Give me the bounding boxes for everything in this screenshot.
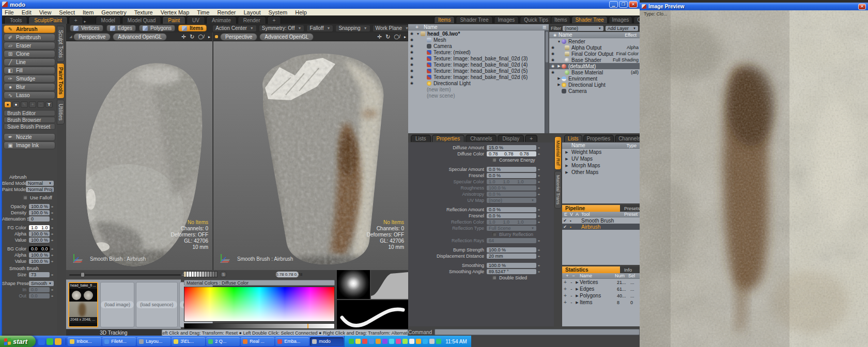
text-tool-button[interactable]: T (45, 101, 53, 108)
shader-row[interactable]: ▼Render (549, 38, 640, 44)
fg-alpha-field[interactable]: 100.0 % (29, 231, 50, 236)
panel-tab[interactable]: Quick Tips (520, 16, 552, 23)
shader-row[interactable]: ▶Environment (549, 75, 640, 82)
item-row[interactable]: ◉Directional Light (408, 80, 549, 86)
menu-item[interactable]: Vertex Map (161, 9, 190, 15)
use-falloff-checkbox[interactable] (23, 195, 27, 200)
modo-titlebar[interactable]: modo ▁ ❐ ✕ (0, 0, 640, 9)
displacement-distance-field[interactable]: 20 mm (487, 254, 536, 259)
preview-type-label[interactable]: Type: Clo... (644, 11, 668, 17)
smoothing-angle-field[interactable]: 89.5247 ° (487, 269, 536, 274)
task-button[interactable]: modo (310, 337, 344, 346)
size-field[interactable]: 73 (29, 272, 50, 277)
item-row[interactable]: ◉Texture: Image: head_bake_final_02d (5) (408, 68, 549, 74)
add-layer-dropdown[interactable]: Add Layer▼ (606, 26, 638, 31)
item-row[interactable]: ◉Texture: (mixed) (408, 49, 549, 55)
menu-item[interactable]: Geometry (101, 9, 126, 15)
visibility-eye-icon[interactable]: ◉ (408, 38, 415, 42)
brush-tip-soft-button[interactable]: ● (4, 101, 11, 108)
viewport-left[interactable]: Smooth Brush : Airbrush No Items Channel… (66, 41, 212, 270)
spinner-icon[interactable]: ◂▸ (536, 270, 541, 273)
item-row-new[interactable]: (new item) (408, 86, 549, 92)
item-row[interactable]: ◉Texture: Image: head_bake_final_02d (3) (408, 55, 549, 61)
panel-tab[interactable]: Quick Tips (633, 16, 640, 23)
selection-mode-button[interactable]: Items (178, 25, 207, 31)
clip-slot-button[interactable]: (load sequence) (136, 282, 178, 327)
expand-icon[interactable]: ▶ (575, 280, 580, 285)
task-button[interactable]: Layou... (137, 337, 171, 346)
blend-mode-dropdown[interactable]: Normal▼ (26, 181, 54, 186)
task-button[interactable]: FileM... (102, 337, 136, 346)
expand-icon[interactable]: ▶ (556, 64, 562, 68)
list-map-row[interactable]: ▶Morph Maps (562, 162, 640, 169)
tray-icon[interactable] (416, 339, 421, 344)
shader-row[interactable]: ◉Base ShaderFull Shading (549, 57, 640, 63)
expand-icon[interactable]: ▶ (556, 76, 562, 81)
expand-icon[interactable]: ▼ (415, 32, 421, 36)
tray-icon[interactable] (396, 339, 401, 344)
viewport-right[interactable]: Smooth Brush : Airbrush No Items Channel… (213, 41, 408, 270)
menu-item[interactable]: Layout (243, 9, 260, 15)
fg-color-field[interactable]: 1.0 1.0 1.0 (29, 225, 50, 230)
toolbar-dropdown[interactable]: Symmetry: Off▼ (259, 25, 305, 32)
layout-tab[interactable]: Model (96, 16, 121, 24)
reflection-fresnel-field[interactable]: 0.0 % (487, 213, 536, 218)
viewport-type-dropdown[interactable]: Perspective (220, 33, 257, 41)
layout-tab[interactable]: + (267, 16, 282, 24)
image-preview-titlebar[interactable]: Image Preview ✕ (640, 3, 868, 10)
material-side-tab[interactable]: Material Trans (554, 171, 562, 209)
fg-value-field[interactable]: 100.0 % (29, 238, 50, 243)
list-map-row[interactable]: ▶Other Maps (562, 169, 640, 176)
layout-tab[interactable]: UV (187, 16, 205, 24)
visibility-eye-icon[interactable]: ◉ (408, 81, 415, 85)
menu-item[interactable]: Select (59, 9, 75, 15)
spinner-icon[interactable]: ◂▸ (536, 167, 541, 171)
toolbar-dropdown[interactable]: Action Center▼ (212, 25, 257, 32)
reflection-amount-field[interactable]: 0.0 % (487, 207, 536, 212)
expand-icon[interactable]: ▶ (575, 301, 580, 305)
list-map-row[interactable]: ▶Weight Maps (562, 149, 640, 155)
tool-button[interactable]: ∿ Lasso (4, 91, 55, 99)
tool-category-tab[interactable]: Paint Tools (57, 63, 65, 99)
panel-tab[interactable]: Images (494, 16, 519, 23)
tool-button[interactable]: ▱ Eraser (4, 42, 55, 50)
restore-button[interactable]: ❐ (619, 1, 628, 8)
value-ramp[interactable] (184, 323, 335, 329)
shader-row-selected[interactable]: ◉▶(defaultMat) (549, 63, 640, 69)
spinner-icon[interactable]: ◂▸ (536, 146, 541, 149)
toolbar-dropdown[interactable]: Falloff▼ (306, 25, 333, 32)
item-row[interactable]: ◉Texture: Image: head_bake_final_02d (4) (408, 61, 549, 68)
statistics-row[interactable]: +-▶Items80 (562, 299, 640, 306)
statistics-row[interactable]: +-▶Vertices21...... (562, 279, 640, 286)
item-row[interactable]: ◉▼head_06.lwo* (408, 30, 549, 37)
viewport-corner-icon[interactable]: ◢ (68, 35, 73, 39)
bg-color-field[interactable]: 0.0 0.0 0.0 (29, 246, 50, 251)
diffuse-color-field[interactable]: 0.78 0.78 0.78 (487, 151, 536, 156)
expand-icon[interactable]: ▼ (556, 40, 562, 43)
rotate-icon[interactable]: ↻ (385, 34, 390, 40)
specular-fresnel-field[interactable]: 0.0 % (487, 173, 536, 178)
tray-icon[interactable] (402, 339, 408, 344)
material-side-tab[interactable]: Material Ref (554, 136, 562, 170)
bg-value-field[interactable]: 100.0 % (29, 259, 50, 264)
quick-launch-icon[interactable] (47, 338, 53, 345)
panel-tab[interactable]: Images (609, 16, 633, 23)
command-input[interactable] (435, 329, 640, 335)
tool-button[interactable]: ✎ Airbrush (4, 25, 55, 33)
tool-category-tab[interactable]: Sculpt Tools (57, 26, 65, 62)
spinner-icon[interactable]: ◂▸ (536, 214, 541, 217)
selection-mode-button[interactable]: Edges (106, 25, 136, 31)
brush-panel-button[interactable]: Save Brush Preset (4, 123, 55, 130)
filter-dropdown[interactable]: (none)▼ (563, 26, 603, 31)
clip-scale-slider[interactable] (69, 274, 181, 276)
tool-category-tab[interactable]: Utilities (57, 100, 65, 124)
item-row[interactable]: ◉Camera (408, 43, 549, 49)
rotate-icon[interactable]: ↻ (190, 34, 194, 40)
list-map-row[interactable]: ▶UV Maps (562, 155, 640, 162)
item-row[interactable]: ◉Texture: Image: head_bake_final_02d (6) (408, 74, 549, 80)
tray-icon[interactable] (362, 339, 367, 344)
add-item-icon[interactable]: + (410, 24, 424, 30)
tray-icon[interactable] (349, 339, 354, 344)
task-button[interactable]: 3\EL... (172, 337, 205, 346)
expand-icon[interactable]: ▶ (575, 287, 580, 291)
